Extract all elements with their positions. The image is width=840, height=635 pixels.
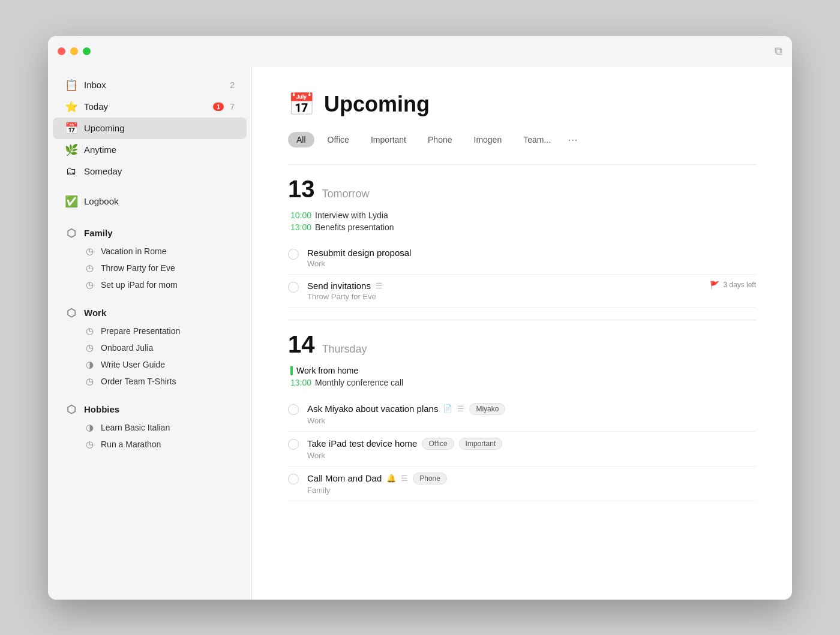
task-ask-miyako: Ask Miyako about vacation plans 📄 ☰ Miya…: [288, 397, 756, 432]
task-label: Prepare Presentation: [101, 326, 180, 336]
sidebar-item-label: Anytime: [84, 145, 235, 155]
task-content: Send invitations ☰ Throw Party for Eve: [307, 281, 701, 301]
task-title: Resubmit design proposal: [307, 248, 756, 258]
app-window: ⧉ 📋 Inbox 2 ⭐ Today 1 7 📅 Upcoming: [48, 36, 792, 600]
task-subtitle: Family: [307, 486, 756, 495]
window-icon: ⧉: [775, 45, 782, 58]
today-icon: ⭐: [65, 100, 78, 113]
today-badge: 1: [213, 103, 224, 111]
close-button[interactable]: [58, 47, 65, 55]
sidebar-item-vacation-in-rome[interactable]: ◷ Vacation in Rome: [53, 243, 247, 260]
filter-phone[interactable]: Phone: [419, 132, 460, 148]
deadline-badge: 3 days left: [723, 281, 756, 289]
traffic-lights: [58, 47, 91, 55]
task-label: Vacation in Rome: [101, 246, 166, 256]
task-content: Call Mom and Dad 🔔 ☰ Phone Family: [307, 473, 756, 495]
sidebar-item-order-tshirts[interactable]: ◷ Order Team T-Shirts: [53, 373, 247, 390]
sidebar-section-work[interactable]: ⬡ Work: [53, 298, 247, 323]
event-time: 10:00: [290, 210, 311, 220]
work-section-label: Work: [84, 308, 106, 318]
sidebar-item-setup-ipad-mom[interactable]: ◷ Set up iPad for mom: [53, 276, 247, 293]
main-header: 📅 Upcoming: [288, 91, 756, 118]
sidebar-item-throw-party[interactable]: ◷ Throw Party for Eve: [53, 260, 247, 276]
minimize-button[interactable]: [70, 47, 78, 55]
task-label: Order Team T-Shirts: [101, 377, 176, 386]
filter-all[interactable]: All: [288, 132, 314, 148]
task-label: Onboard Julia: [101, 343, 153, 353]
day-name: Thursday: [322, 343, 367, 356]
filter-office[interactable]: Office: [319, 132, 358, 148]
doc-icon: 📄: [443, 404, 452, 413]
tag-important: Important: [459, 438, 503, 450]
task-checkbox[interactable]: [288, 249, 299, 260]
tag-phone: Phone: [413, 473, 447, 484]
hobbies-section-icon: ⬡: [65, 403, 78, 416]
filter-more-icon[interactable]: ···: [564, 133, 581, 146]
flag-icon: 🚩: [710, 281, 719, 290]
section-divider-2: [288, 320, 756, 320]
calendar-events-13: 10:00 Interview with Lydia 13:00 Benefit…: [288, 210, 756, 232]
filter-bar: All Office Important Phone Imogen Team..…: [288, 132, 756, 148]
sidebar-item-upcoming[interactable]: 📅 Upcoming: [53, 118, 247, 139]
task-circle-icon: ◷: [84, 376, 95, 387]
event-time: 13:00: [290, 378, 311, 387]
task-checkbox[interactable]: [288, 474, 299, 484]
sidebar-item-anytime[interactable]: 🌿 Anytime: [53, 139, 247, 161]
family-section-icon: ⬡: [65, 227, 78, 240]
tag-miyako: Miyako: [469, 403, 505, 415]
content-area: 📋 Inbox 2 ⭐ Today 1 7 📅 Upcoming 🌿 Anyti…: [48, 67, 792, 600]
sidebar-item-run-marathon[interactable]: ◷ Run a Marathon: [53, 436, 247, 453]
sidebar-item-label: Today: [84, 101, 207, 112]
sidebar-item-logbook[interactable]: ✅ Logbook: [53, 191, 247, 212]
filter-team[interactable]: Team...: [515, 132, 559, 148]
sidebar-item-today[interactable]: ⭐ Today 1 7: [53, 96, 247, 118]
event-text: Monthly conference call: [315, 378, 403, 387]
main-title-icon: 📅: [288, 91, 314, 118]
cal-event-benefits: 13:00 Benefits presentation: [290, 222, 756, 232]
task-title: Send invitations ☰: [307, 281, 701, 291]
sidebar-item-onboard-julia[interactable]: ◷ Onboard Julia: [53, 339, 247, 356]
task-content: Take iPad test device home Office Import…: [307, 438, 756, 460]
sidebar-item-inbox[interactable]: 📋 Inbox 2: [53, 74, 247, 96]
upcoming-icon: 📅: [65, 122, 78, 135]
event-text: Benefits presentation: [315, 222, 394, 232]
task-checkbox[interactable]: [288, 439, 299, 450]
section-divider: [288, 164, 756, 165]
task-checkbox[interactable]: [288, 282, 299, 293]
day-number: 14: [288, 332, 315, 356]
event-text: Work from home: [296, 366, 358, 375]
tag-office: Office: [422, 438, 454, 450]
main-content: 📅 Upcoming All Office Important Phone Im…: [252, 67, 792, 600]
task-label: Throw Party for Eve: [101, 263, 175, 273]
task-title: Ask Miyako about vacation plans 📄 ☰ Miya…: [307, 403, 756, 415]
maximize-button[interactable]: [83, 47, 91, 55]
task-label: Write User Guide: [101, 360, 165, 369]
main-title: Upcoming: [324, 92, 430, 117]
task-circle-icon: ◷: [84, 326, 95, 336]
task-title: Take iPad test device home Office Import…: [307, 438, 756, 450]
sidebar-section-family[interactable]: ⬡ Family: [53, 218, 247, 243]
sidebar-item-learn-italian[interactable]: ◑ Learn Basic Italian: [53, 419, 247, 436]
day-header-13: 13 Tomorrow: [288, 177, 756, 201]
day-number: 13: [288, 177, 315, 201]
list-icon: ☰: [376, 281, 383, 290]
sidebar-item-someday[interactable]: 🗂 Someday: [53, 161, 247, 182]
task-label: Learn Basic Italian: [101, 423, 170, 432]
sidebar-section-hobbies[interactable]: ⬡ Hobbies: [53, 395, 247, 419]
filter-important[interactable]: Important: [362, 132, 415, 148]
anytime-icon: 🌿: [65, 143, 78, 157]
inbox-count: 2: [230, 80, 235, 90]
task-right: 🚩 3 days left: [710, 281, 756, 290]
family-section-label: Family: [84, 228, 113, 238]
task-title: Call Mom and Dad 🔔 ☰ Phone: [307, 473, 756, 484]
task-send-invitations: Send invitations ☰ Throw Party for Eve 🚩…: [288, 275, 756, 308]
sidebar-item-write-user-guide[interactable]: ◑ Write User Guide: [53, 356, 247, 373]
sidebar-item-label: Someday: [84, 166, 235, 176]
task-circle-icon: ◑: [84, 422, 95, 433]
sidebar-item-prepare-presentation[interactable]: ◷ Prepare Presentation: [53, 323, 247, 339]
titlebar: ⧉: [48, 36, 792, 67]
task-checkbox[interactable]: [288, 404, 299, 415]
filter-imogen[interactable]: Imogen: [466, 132, 511, 148]
sidebar-item-label: Inbox: [84, 80, 224, 90]
event-text: Interview with Lydia: [315, 210, 388, 220]
